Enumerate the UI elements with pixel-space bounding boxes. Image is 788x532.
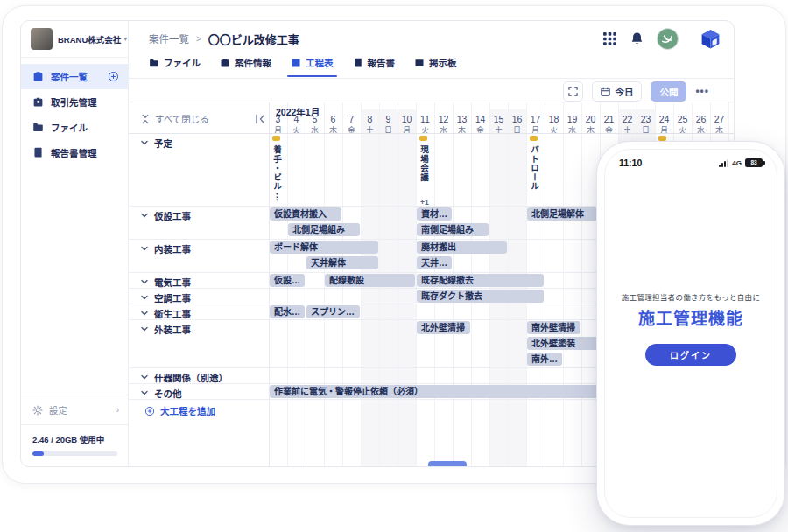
- sidebar-item-settings[interactable]: 設定 ›: [21, 395, 128, 424]
- phone-time: 11:10: [619, 158, 642, 168]
- today-button[interactable]: 今日: [592, 81, 642, 102]
- day-column-header[interactable]: 10: [398, 114, 416, 124]
- add-process-button[interactable]: 大工程を追加: [144, 404, 215, 417]
- day-column-header[interactable]: 3: [269, 114, 287, 124]
- gantt-bar[interactable]: 南外壁清掃: [527, 321, 580, 334]
- gantt-bar[interactable]: 配水…: [270, 305, 305, 318]
- add-project-icon[interactable]: [108, 71, 119, 82]
- gantt-bar[interactable]: 北側足場組み: [288, 223, 360, 236]
- day-column-header[interactable]: 26: [692, 114, 710, 124]
- day-weekday-label: 月: [269, 124, 287, 136]
- day-column-header[interactable]: 14: [471, 114, 489, 124]
- phone-screen: 11:10 4G 83 施工管理担当者の働き方をもっと自由に 施工管理機能 ログ…: [604, 149, 777, 518]
- day-column-header[interactable]: 22: [618, 114, 637, 124]
- gantt-section-label[interactable]: 外装工事: [141, 321, 191, 337]
- gantt-bar[interactable]: 仮設資材搬入: [270, 207, 341, 220]
- gantt-bar[interactable]: 北外壁塗装: [527, 337, 599, 350]
- day-weekday-label: 月: [398, 124, 416, 136]
- tab-reports[interactable]: 報告書: [353, 56, 396, 76]
- chevron-right-icon: ›: [116, 405, 119, 415]
- milestone-marker[interactable]: [419, 136, 427, 141]
- day-column-header[interactable]: 11: [416, 114, 434, 124]
- day-column-header[interactable]: 9: [379, 114, 398, 124]
- day-column-header[interactable]: 7: [342, 114, 361, 124]
- day-column-header[interactable]: 5: [306, 114, 324, 124]
- tab-project-info[interactable]: 案件情報: [220, 56, 271, 76]
- fullscreen-button[interactable]: [563, 81, 583, 102]
- apps-grid-icon[interactable]: [602, 32, 617, 46]
- bell-icon[interactable]: [630, 32, 644, 46]
- section-name: その他: [154, 387, 182, 400]
- gantt-bar[interactable]: 北外壁清掃: [417, 321, 470, 334]
- clipboard-icon: [220, 58, 230, 68]
- day-weekday-label: 水: [306, 124, 324, 136]
- gantt-bar[interactable]: 南外…: [527, 353, 562, 366]
- day-weekday-label: 土: [618, 124, 637, 136]
- sidebar-item-projects[interactable]: 案件一覧: [21, 64, 128, 89]
- milestone-marker[interactable]: [272, 136, 280, 141]
- day-column-header[interactable]: 19: [563, 114, 581, 124]
- day-column-header[interactable]: 15: [489, 114, 508, 124]
- day-weekday-label: 木: [453, 124, 471, 136]
- day-weekday-label: 木: [710, 124, 728, 136]
- gantt-section-label[interactable]: 内装工事: [141, 241, 191, 256]
- day-column-header[interactable]: 27: [710, 114, 728, 124]
- sidebar-item-files[interactable]: ファイル: [21, 115, 128, 140]
- gantt-bar[interactable]: 資材…: [417, 207, 452, 220]
- day-column-header[interactable]: 23: [637, 114, 655, 124]
- day-column-header[interactable]: 12: [434, 114, 453, 124]
- login-button[interactable]: ログイン: [645, 344, 736, 366]
- gantt-bar[interactable]: 配線敷設: [325, 274, 415, 287]
- company-switcher[interactable]: BRANU株式会社 ▾: [21, 21, 128, 58]
- horizontal-scrollbar-thumb[interactable]: [428, 461, 467, 466]
- report-icon: [353, 58, 363, 68]
- sidebar: BRANU株式会社 ▾ 案件一覧 取引先管理 ファイル: [21, 21, 129, 466]
- sidebar-item-partners[interactable]: 取引先管理: [21, 89, 128, 115]
- day-column-header[interactable]: 24: [655, 114, 673, 124]
- gantt-bar[interactable]: スプリン…: [306, 305, 360, 318]
- day-weekday-label: 火: [673, 124, 692, 136]
- day-column-header[interactable]: 25: [673, 114, 692, 124]
- gantt-section-label[interactable]: 予定: [141, 135, 172, 150]
- day-weekday-label: 日: [508, 124, 526, 136]
- sidebar-item-label: ファイル: [51, 121, 88, 134]
- grid-vline: [545, 102, 545, 466]
- gantt-bar[interactable]: 廃材搬出: [417, 241, 507, 254]
- phone-mockup: 11:10 4G 83 施工管理担当者の働き方をもっと自由に 施工管理機能 ログ…: [596, 141, 785, 526]
- day-column-header[interactable]: 13: [453, 114, 471, 124]
- gantt-bar[interactable]: 既存ダクト撤去: [417, 290, 544, 303]
- more-menu-button[interactable]: •••: [695, 81, 709, 102]
- gantt-bar[interactable]: 北側足場解体: [527, 207, 599, 220]
- section-name: 内装工事: [154, 242, 191, 256]
- day-column-header[interactable]: 4: [287, 114, 306, 124]
- gantt-bar[interactable]: 既存配線撤去: [417, 274, 544, 287]
- tab-schedule[interactable]: 工程表: [291, 56, 334, 76]
- gantt-bar[interactable]: ボード解体: [270, 241, 378, 254]
- company-name: BRANU株式会社: [58, 33, 121, 46]
- breadcrumb-separator: >: [196, 34, 201, 44]
- day-column-header[interactable]: 21: [600, 114, 618, 124]
- tab-board[interactable]: 掲示板: [414, 56, 457, 76]
- sidebar-nav: 案件一覧 取引先管理 ファイル 報告書管理: [21, 58, 128, 165]
- gantt-bar[interactable]: 仮設…: [270, 274, 305, 287]
- gantt-bar[interactable]: 天井…: [417, 256, 452, 270]
- gantt-bar[interactable]: 南側足場組み: [417, 223, 489, 236]
- sidebar-item-reports[interactable]: 報告書管理: [21, 140, 128, 165]
- panel-collapse-button[interactable]: [255, 112, 265, 122]
- publish-button[interactable]: 公開: [651, 81, 686, 102]
- user-avatar[interactable]: [657, 28, 679, 50]
- gantt-bar[interactable]: 天井解体: [306, 256, 378, 270]
- day-column-header[interactable]: 16: [508, 114, 526, 124]
- day-column-header[interactable]: 8: [361, 114, 379, 124]
- brand-cube-icon[interactable]: [700, 28, 721, 50]
- day-column-header[interactable]: 17: [526, 114, 545, 124]
- breadcrumb-root[interactable]: 案件一覧: [149, 32, 189, 46]
- day-column-header[interactable]: 20: [581, 114, 600, 124]
- phone-tagline: 施工管理担当者の働き方をもっと自由に: [605, 291, 777, 302]
- day-column-header[interactable]: 6: [324, 114, 342, 124]
- gantt-section-label[interactable]: 仮設工事: [141, 207, 191, 223]
- day-column-header[interactable]: 18: [545, 114, 563, 124]
- milestone-marker[interactable]: [530, 136, 538, 141]
- collapse-all-button[interactable]: すべて閉じる: [141, 112, 209, 125]
- tab-files[interactable]: ファイル: [149, 56, 201, 76]
